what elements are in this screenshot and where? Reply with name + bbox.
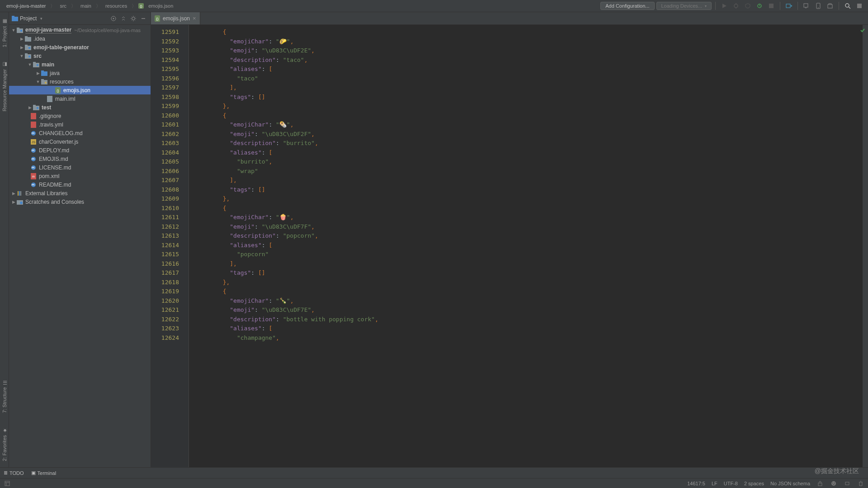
tree-folder[interactable]: ▶ emoji-table-generator <box>9 43 151 52</box>
profiler-icon[interactable] <box>755 1 764 11</box>
memory-icon[interactable] <box>844 480 851 487</box>
tree-file[interactable]: ▶ README.md <box>9 180 151 189</box>
chevron-right-icon[interactable]: ▶ <box>19 45 24 50</box>
chevron-right-icon[interactable]: ▶ <box>19 37 24 41</box>
tree-file[interactable]: ▶ .travis.yml <box>9 120 151 129</box>
code-content[interactable]: { "emojiChar": "🌮", "emoji": "\uD83C\uDF… <box>189 25 863 467</box>
tree-folder[interactable]: ▼ main <box>9 60 151 69</box>
navigation-bar: emoji-java-master 〉 src 〉 main 〉 resourc… <box>0 0 868 12</box>
chevron-down-icon[interactable]: ▼ <box>11 28 16 33</box>
folder-name: emoji-table-generator <box>33 44 89 51</box>
structure-icon: ☰ <box>1 380 7 385</box>
todo-tab[interactable]: ≣ TODO <box>4 470 24 476</box>
sdk-manager-icon[interactable] <box>825 1 835 11</box>
svg-point-62 <box>20 202 23 204</box>
root-path: ~/Desktop/cell/emoji-java-mas <box>74 28 141 33</box>
tree-file[interactable]: ▶ main.iml <box>9 94 151 103</box>
indent[interactable]: 2 spaces <box>744 481 764 486</box>
tree-folder[interactable]: ▼ src <box>9 52 151 60</box>
tree-folder[interactable]: ▶ test <box>9 103 151 112</box>
svg-rect-58 <box>18 191 19 196</box>
inspection-ok-icon[interactable] <box>860 28 865 33</box>
terminal-tab[interactable]: ▣ Terminal <box>31 470 57 476</box>
chevron-right-icon[interactable]: ▶ <box>27 105 33 110</box>
tree-file[interactable]: ▶ EMOJIS.md <box>9 155 151 163</box>
svg-text:{}: {} <box>140 4 143 8</box>
locate-icon[interactable] <box>109 14 118 23</box>
folder-name: main <box>42 61 54 68</box>
add-configuration-button[interactable]: Add Configuration... <box>600 2 654 10</box>
structure-tab[interactable]: 7: Structure ☰ <box>0 377 8 416</box>
search-icon[interactable] <box>843 1 853 11</box>
markdown-icon <box>30 155 37 163</box>
editor-body[interactable]: 12591 12592 12593 12594 12595 12596 1259… <box>151 25 868 467</box>
line-ending[interactable]: LF <box>712 481 717 486</box>
chevron-right-icon[interactable]: ▶ <box>11 191 16 196</box>
svg-point-20 <box>132 17 135 20</box>
stop-icon[interactable] <box>766 1 776 11</box>
tree-folder[interactable]: ▼ resources <box>9 77 151 86</box>
collapse-all-icon[interactable] <box>119 14 128 23</box>
breadcrumb-root[interactable]: emoji-java-master <box>4 2 48 9</box>
svg-rect-9 <box>805 8 807 8</box>
device-selector[interactable]: Loading Devices... ▾ <box>656 2 712 10</box>
root-name: emoji-java-master <box>25 27 71 33</box>
hide-icon[interactable] <box>139 14 148 23</box>
encoding[interactable]: UTF-8 <box>724 481 738 486</box>
run-icon[interactable] <box>719 1 729 11</box>
chevron-down-icon[interactable]: ▼ <box>35 80 41 84</box>
tree-file[interactable]: ▶ DEPLOY.md <box>9 146 151 155</box>
tree-file[interactable]: ▶ JS charConverter.js <box>9 137 151 146</box>
settings-icon[interactable] <box>854 1 864 11</box>
file-name: DEPLOY.md <box>39 147 69 154</box>
breadcrumb-item[interactable]: src <box>57 2 69 9</box>
tree-root[interactable]: ▼ emoji-java-master ~/Desktop/cell/emoji… <box>9 26 151 34</box>
left-tool-stripe: 1: Project ▦ Resource Manager ◧ 7: Struc… <box>0 12 9 467</box>
tree-file[interactable]: ▶ CHANGELOG.md <box>9 129 151 137</box>
project-tool-tab[interactable]: 1: Project ▦ <box>0 16 8 50</box>
tree-file[interactable]: ▶ .gitignore <box>9 112 151 120</box>
chevron-right-icon: 〉 <box>71 3 76 9</box>
tree-file[interactable]: ▶ m pom.xml <box>9 172 151 180</box>
device-manager-icon[interactable] <box>813 1 823 11</box>
tree-external-libs[interactable]: ▶ External Libraries <box>9 189 151 197</box>
markdown-icon <box>30 147 37 154</box>
tree-file[interactable]: ▶ LICENSE.md <box>9 163 151 172</box>
breadcrumb-item[interactable]: resources <box>103 2 130 9</box>
terminal-label: Terminal <box>38 470 57 476</box>
coverage-icon[interactable] <box>743 1 753 11</box>
file-name: EMOJIS.md <box>39 156 68 162</box>
fold-gutter[interactable] <box>183 25 189 467</box>
project-view-selector[interactable]: Project ▾ <box>12 15 42 22</box>
tree-file-selected[interactable]: ▶ {} emojis.json <box>9 86 151 94</box>
tool-windows-icon[interactable] <box>4 480 11 487</box>
json-file-icon: {} <box>54 87 61 94</box>
chevron-down-icon[interactable]: ▼ <box>19 54 24 58</box>
favorites-tab[interactable]: 2: Favorites ★ <box>0 425 8 464</box>
tree-folder[interactable]: ▶ java <box>9 69 151 77</box>
debug-icon[interactable] <box>731 1 741 11</box>
trash-icon[interactable] <box>857 480 864 487</box>
breadcrumb-item[interactable]: main <box>78 2 94 9</box>
resource-manager-tab[interactable]: Resource Manager ◧ <box>0 59 8 114</box>
project-tree[interactable]: ▼ emoji-java-master ~/Desktop/cell/emoji… <box>9 25 151 467</box>
chevron-down-icon[interactable]: ▼ <box>27 62 33 67</box>
folder-name: src <box>33 53 42 59</box>
json-schema[interactable]: No JSON schema <box>770 481 810 486</box>
tree-scratches[interactable]: ▶ Scratches and Consoles <box>9 197 151 206</box>
breadcrumb-file[interactable]: emojis.json <box>146 2 176 9</box>
editor-tab[interactable]: {} emojis.json × <box>151 12 200 24</box>
close-icon[interactable]: × <box>193 15 196 22</box>
svg-rect-47 <box>31 113 36 119</box>
svg-rect-17 <box>12 16 14 18</box>
inspection-icon[interactable] <box>830 480 837 487</box>
attach-process-icon[interactable] <box>784 1 794 11</box>
chevron-right-icon[interactable]: ▶ <box>11 200 16 204</box>
cursor-position[interactable]: 14617:5 <box>687 481 705 486</box>
gear-icon[interactable] <box>129 14 138 23</box>
error-stripe[interactable] <box>863 25 868 467</box>
avd-manager-icon[interactable] <box>802 1 811 11</box>
tree-folder[interactable]: ▶ .idea <box>9 34 151 43</box>
chevron-right-icon[interactable]: ▶ <box>35 71 41 75</box>
lock-icon[interactable] <box>816 480 824 487</box>
